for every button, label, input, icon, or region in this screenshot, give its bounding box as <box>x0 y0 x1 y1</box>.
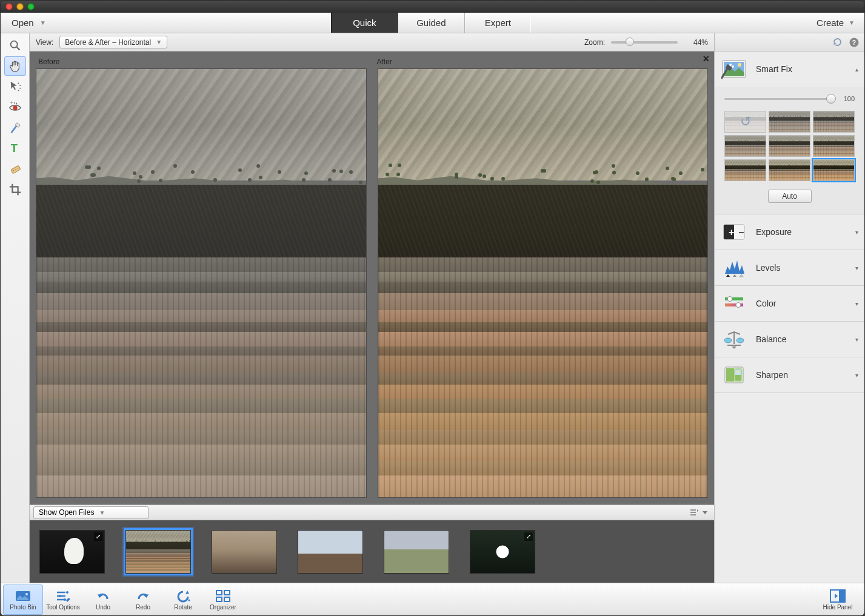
taskbar-organizer[interactable]: Organizer <box>203 585 243 615</box>
zoom-slider-thumb[interactable] <box>626 38 634 46</box>
svg-point-25 <box>736 303 741 308</box>
open-menu[interactable]: Open ▼ <box>1 13 56 33</box>
tab-guided[interactable]: Guided <box>398 13 464 33</box>
smartfix-preset-6[interactable] <box>724 159 766 181</box>
taskbar-redo[interactable]: Redo <box>123 585 163 615</box>
svg-point-18 <box>732 65 734 68</box>
smartfix-slider-thumb[interactable] <box>826 94 836 104</box>
photobin-menu-icon[interactable] <box>689 507 700 518</box>
taskbar-rotate-label: Rotate <box>174 604 192 611</box>
section-color-header[interactable]: Color▾ <box>715 286 864 321</box>
photobin-thumb-4[interactable] <box>384 530 449 574</box>
smartfix-preset-7[interactable] <box>769 159 810 181</box>
expand-icon: ▾ <box>855 336 858 343</box>
smartfix-slider[interactable]: 100 <box>721 89 858 108</box>
taskbar-organizer-label: Organizer <box>210 604 236 611</box>
photobin-dropdown[interactable]: Show Open Files ▼ <box>33 506 149 519</box>
organizer-icon <box>215 588 231 604</box>
smartfix-preset-2[interactable] <box>813 111 855 133</box>
tab-quick[interactable]: Quick <box>331 13 398 33</box>
taskbar-redo-label: Redo <box>136 604 150 611</box>
zoom-value: 44% <box>684 38 708 47</box>
section-balance-header[interactable]: Balance▾ <box>715 322 864 357</box>
taskbar-tooloptions[interactable]: Tool Options <box>43 585 83 615</box>
section-levels: Levels▾ <box>715 250 864 286</box>
section-levels-header[interactable]: Levels▾ <box>715 250 864 285</box>
photobin-thumb-2[interactable] <box>212 530 277 574</box>
taskbar-photobin[interactable]: Photo Bin <box>3 585 43 615</box>
caret-down-icon: ▼ <box>40 19 46 26</box>
svg-point-27 <box>736 338 744 343</box>
section-sharpen: Sharpen▾ <box>715 357 864 393</box>
expand-icon: ▾ <box>855 265 858 271</box>
auto-button[interactable]: Auto <box>768 190 812 203</box>
photobin-thumb-5[interactable]: ⤢ <box>470 530 535 574</box>
smartfix-presets: ↺ <box>721 108 858 184</box>
photobin-collapse-icon[interactable] <box>700 507 710 518</box>
after-image-pane[interactable] <box>378 68 709 498</box>
smartfix-preset-3[interactable] <box>724 135 766 157</box>
after-image <box>378 69 708 497</box>
expand-icon: ▾ <box>855 229 858 236</box>
section-exposure-header[interactable]: +−Exposure▾ <box>715 214 864 250</box>
close-traffic-light[interactable] <box>5 3 13 10</box>
tool-hand[interactable] <box>4 56 26 76</box>
zoom-slider[interactable] <box>611 41 678 44</box>
tool-crop[interactable] <box>4 180 26 199</box>
after-label: After <box>372 55 711 68</box>
svg-text:−: − <box>738 227 744 237</box>
view-value: Before & After – Horizontal <box>65 38 151 47</box>
caret-down-icon: ▼ <box>156 39 162 45</box>
section-smartfix-header[interactable]: Smart Fix ▴ <box>715 51 864 87</box>
expand-icon: ⤢ <box>524 532 533 541</box>
reset-icon[interactable] <box>832 36 843 48</box>
section-exposure-title: Exposure <box>756 227 792 237</box>
section-balance-title: Balance <box>756 334 787 344</box>
svg-point-32 <box>736 371 739 373</box>
tool-zoom[interactable] <box>4 36 26 55</box>
photo-bin: Show Open Files ▼ ⤢⤢ <box>30 504 714 583</box>
svg-point-5 <box>13 105 17 110</box>
svg-rect-42 <box>224 597 230 601</box>
section-smartfix: Smart Fix ▴ 100 ↺ Auto <box>715 51 864 214</box>
photobin-thumb-3[interactable] <box>298 530 363 574</box>
section-levels-title: Levels <box>756 263 780 273</box>
tool-redeye[interactable]: + <box>4 98 26 117</box>
svg-text:T: T <box>10 142 17 154</box>
view-dropdown[interactable]: Before & After – Horizontal ▼ <box>59 36 167 48</box>
tool-heal[interactable] <box>4 159 26 179</box>
minimize-traffic-light[interactable] <box>16 3 24 10</box>
before-image-pane[interactable] <box>36 68 367 498</box>
taskbar-tooloptions-label: Tool Options <box>46 604 80 611</box>
photobin-thumb-0[interactable]: ⤢ <box>39 530 105 574</box>
smartfix-preset-0[interactable]: ↺ <box>724 111 766 133</box>
section-sharpen-header[interactable]: Sharpen▾ <box>715 357 864 392</box>
svg-point-4 <box>18 90 19 91</box>
section-color-title: Color <box>756 299 776 308</box>
smartfix-preset-5[interactable] <box>813 135 855 157</box>
tool-text[interactable]: T <box>4 139 26 158</box>
photobin-thumb-1[interactable] <box>125 530 191 574</box>
svg-point-1 <box>18 83 19 84</box>
smartfix-preset-4[interactable] <box>769 135 810 157</box>
svg-point-26 <box>724 338 732 343</box>
tab-expert[interactable]: Expert <box>464 13 531 33</box>
tooloptions-icon <box>55 588 71 604</box>
before-label: Before <box>33 55 372 68</box>
create-menu[interactable]: Create ▼ <box>807 13 864 33</box>
tool-quicksel[interactable] <box>4 77 26 96</box>
taskbar-rotate[interactable]: Rotate <box>163 585 203 615</box>
taskbar-undo[interactable]: Undo <box>83 585 123 615</box>
svg-point-23 <box>727 297 732 302</box>
hide-panel-button[interactable]: Hide Panel <box>813 585 862 615</box>
svg-point-16 <box>738 63 741 67</box>
svg-rect-40 <box>224 591 230 595</box>
rotate-icon <box>175 588 191 604</box>
tool-whiten[interactable] <box>4 118 26 137</box>
close-document-button[interactable]: × <box>703 53 709 65</box>
smartfix-preset-8[interactable] <box>813 159 855 181</box>
photobin-thumbnails: ⤢⤢ <box>30 520 714 583</box>
zoom-traffic-light[interactable] <box>27 3 35 10</box>
help-icon[interactable]: ? <box>848 36 860 48</box>
smartfix-preset-1[interactable] <box>769 111 810 133</box>
